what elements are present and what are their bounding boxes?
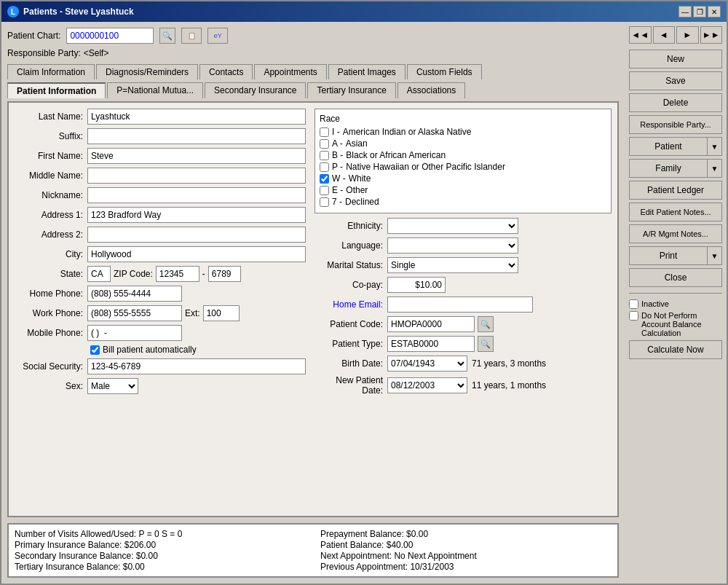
address2-input[interactable] xyxy=(87,227,306,243)
middle-name-input[interactable] xyxy=(87,168,306,184)
nickname-input[interactable] xyxy=(87,187,306,203)
nav-prev-button[interactable]: ◄ xyxy=(653,26,676,44)
prev-appt-row: Previous Appointment: 10/31/2003 xyxy=(320,562,612,572)
patient-form: Last Name: Suffix: First Name: Midd xyxy=(15,109,612,399)
tab-tertiary-insurance[interactable]: Tertiary Insurance xyxy=(307,82,395,98)
race-checkbox-5[interactable] xyxy=(320,186,329,195)
last-name-row: Last Name: xyxy=(15,109,306,125)
race-checkbox-0[interactable] xyxy=(320,127,329,137)
minimize-button[interactable]: — xyxy=(678,6,692,17)
race-checkbox-6[interactable] xyxy=(320,197,329,207)
save-button[interactable]: Save xyxy=(629,71,722,90)
tab-patient-information[interactable]: Patient Information xyxy=(7,82,106,98)
patient-chart-icon1[interactable]: 📋 xyxy=(181,28,202,44)
race-checkbox-4[interactable] xyxy=(320,174,329,184)
suffix-input[interactable] xyxy=(87,128,306,144)
birth-date-row: Birth Date: 07/04/1943 71 years, 3 month… xyxy=(314,356,612,372)
tab-patient-images[interactable]: Patient Images xyxy=(328,64,405,79)
patient-chart-input[interactable] xyxy=(66,28,154,44)
restore-button[interactable]: ❐ xyxy=(693,6,706,17)
print-dropdown-main[interactable]: Print xyxy=(630,247,707,264)
race-checkbox-3[interactable] xyxy=(320,162,329,172)
first-name-label: First Name: xyxy=(15,151,87,161)
marital-status-select[interactable]: Single Married Divorced Widowed xyxy=(387,257,518,273)
zip-input[interactable] xyxy=(156,266,199,282)
ssn-row: Social Security: xyxy=(15,358,306,374)
race-label-4: White xyxy=(349,173,371,184)
last-name-label: Last Name: xyxy=(15,111,87,122)
close-button[interactable]: Close xyxy=(629,268,722,287)
birth-date-select[interactable]: 07/04/1943 xyxy=(387,356,467,372)
ssn-input[interactable] xyxy=(87,358,306,374)
patient-dropdown-arrow[interactable]: ▼ xyxy=(707,138,721,155)
tab-associations[interactable]: Associations xyxy=(397,82,465,98)
city-input[interactable] xyxy=(87,246,306,262)
do-not-perform-checkbox[interactable] xyxy=(629,311,638,321)
race-code-1: A - xyxy=(332,138,343,149)
mobile-phone-input[interactable] xyxy=(87,325,182,341)
print-dropdown-arrow[interactable]: ▼ xyxy=(707,247,721,264)
tab-contacts[interactable]: Contacts xyxy=(199,64,253,79)
new-patient-date-select[interactable]: 08/12/2003 xyxy=(387,377,467,393)
race-checkbox-1[interactable] xyxy=(320,139,329,149)
nav-first-button[interactable]: ◄◄ xyxy=(629,26,652,44)
first-name-input[interactable] xyxy=(87,148,306,164)
edit-patient-notes-button[interactable]: Edit Patient Notes... xyxy=(629,203,722,221)
last-name-input[interactable] xyxy=(87,109,306,125)
patient-code-search-button[interactable]: 🔍 xyxy=(478,316,494,332)
tab-custom-fields[interactable]: Custom Fields xyxy=(407,64,482,79)
marital-status-row: Marital Status: Single Married Divorced … xyxy=(314,257,612,273)
race-checkbox-2[interactable] xyxy=(320,151,329,160)
home-email-input[interactable] xyxy=(387,297,533,313)
state-zip-row: State: ZIP Code: - xyxy=(15,266,306,282)
tab-diagnosis-reminders[interactable]: Diagnosis/Reminders xyxy=(96,64,198,79)
tab-appointments[interactable]: Appointments xyxy=(254,64,326,79)
tab-secondary-insurance[interactable]: Secondary Insurance xyxy=(205,82,306,98)
tabs-row2: Patient Information P=National Mutua... … xyxy=(7,82,619,98)
patient-ledger-button[interactable]: Patient Ledger xyxy=(629,181,722,200)
patient-code-input[interactable] xyxy=(387,316,475,332)
home-phone-input[interactable] xyxy=(87,286,182,302)
tab-claim-information[interactable]: Claim Information xyxy=(7,64,95,79)
checkbox-section: Inactive Do Not Perform Account Balance … xyxy=(629,299,722,337)
close-window-button[interactable]: ✕ xyxy=(708,6,721,17)
ext-input[interactable] xyxy=(203,305,240,321)
state-input[interactable] xyxy=(87,266,111,282)
patient-type-search-button[interactable]: 🔍 xyxy=(478,336,494,352)
state-label: State: xyxy=(15,269,87,279)
patient-type-input[interactable] xyxy=(387,336,475,352)
sex-row: Sex: Male Female Unknown xyxy=(15,378,306,394)
ar-mgmt-notes-button[interactable]: A/R Mgmt Notes... xyxy=(629,224,722,243)
nav-next-button[interactable]: ► xyxy=(676,26,699,44)
responsible-party-button[interactable]: Responsible Party... xyxy=(629,115,722,134)
state-zip-fields: ZIP Code: - xyxy=(87,266,241,282)
do-not-perform-label: Do Not Perform Account Balance Calculati… xyxy=(641,311,722,337)
form-right: Race I - American Indian or Alaska Nativ… xyxy=(314,109,612,399)
nav-last-button[interactable]: ►► xyxy=(700,26,723,44)
inactive-checkbox[interactable] xyxy=(629,299,638,309)
sex-select[interactable]: Male Female Unknown xyxy=(87,378,138,394)
address1-label: Address 1: xyxy=(15,210,87,220)
ethnicity-select[interactable] xyxy=(387,218,518,234)
race-label-2: Black or African American xyxy=(346,150,446,160)
tab-primary-insurance[interactable]: P=National Mutua... xyxy=(107,82,203,98)
zip-code-label: ZIP Code: xyxy=(114,269,153,279)
bill-auto-row: Bill patient automatically xyxy=(90,345,306,355)
calculate-now-button[interactable]: Calculate Now xyxy=(629,340,722,359)
copay-input[interactable] xyxy=(387,277,446,293)
work-phone-input[interactable] xyxy=(87,305,182,321)
new-button[interactable]: New xyxy=(629,50,722,68)
home-email-row: Home Email: xyxy=(314,297,612,313)
family-dropdown-main[interactable]: Family xyxy=(630,160,707,177)
next-appt-value: No Next Appointment xyxy=(394,551,476,561)
address1-input[interactable] xyxy=(87,207,306,223)
patient-chart-search-button[interactable]: 🔍 xyxy=(159,28,175,44)
patient-dropdown-main[interactable]: Patient xyxy=(630,138,707,155)
delete-button[interactable]: Delete xyxy=(629,93,722,112)
patient-chart-icon2[interactable]: eY xyxy=(207,28,228,44)
top-bar: Patient Chart: 🔍 📋 eY xyxy=(7,28,619,44)
bill-auto-checkbox[interactable] xyxy=(90,345,100,355)
zip-ext-input[interactable] xyxy=(208,266,241,282)
family-dropdown-arrow[interactable]: ▼ xyxy=(707,160,721,177)
language-select[interactable] xyxy=(387,237,518,254)
